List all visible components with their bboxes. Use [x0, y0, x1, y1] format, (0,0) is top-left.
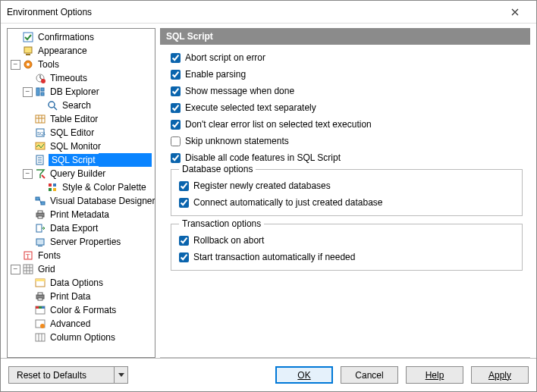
- checkbox-register-new-db[interactable]: Register newly created databases: [179, 180, 514, 191]
- close-button[interactable]: [500, 2, 530, 23]
- palette-icon: [46, 181, 58, 193]
- chevron-down-icon: [118, 373, 124, 377]
- svg-rect-36: [24, 265, 33, 274]
- ok-button[interactable]: OK: [275, 366, 333, 384]
- svg-rect-52: [36, 334, 45, 341]
- svg-text:T: T: [26, 252, 30, 260]
- tree-item-style-palette[interactable]: Style & Color Palette: [8, 180, 155, 194]
- tree-item-sql-monitor[interactable]: SQL Monitor: [8, 140, 155, 153]
- server-icon: [34, 236, 46, 248]
- grid-icon: [22, 263, 34, 275]
- table-editor-icon: [34, 113, 46, 125]
- svg-point-51: [40, 324, 45, 328]
- search-icon: [46, 99, 58, 111]
- svg-rect-24: [49, 188, 52, 191]
- tree-item-search[interactable]: Search: [8, 99, 155, 112]
- tree-item-print-metadata[interactable]: Print Metadata: [8, 208, 155, 221]
- tree-item-fonts[interactable]: TFonts: [8, 249, 155, 262]
- dialog-window: Environment Options Confirmations Appear…: [0, 0, 537, 392]
- tree-item-print-data[interactable]: Print Data: [8, 290, 155, 303]
- svg-rect-33: [38, 246, 42, 246]
- help-button[interactable]: Help: [406, 366, 463, 384]
- svg-rect-48: [39, 306, 42, 309]
- button-bar: Reset to Defaults OK Cancel Help Apply: [1, 358, 536, 391]
- svg-rect-31: [36, 224, 42, 232]
- svg-rect-29: [38, 211, 42, 213]
- svg-rect-25: [53, 188, 56, 191]
- sql-editor-icon: SQL: [34, 127, 46, 139]
- collapse-icon[interactable]: −: [23, 169, 33, 179]
- svg-rect-44: [38, 293, 42, 295]
- export-icon: [34, 222, 46, 234]
- tree-item-column-options[interactable]: Column Options: [8, 331, 155, 344]
- tree-item-server-properties[interactable]: Server Properties: [8, 235, 155, 249]
- collapse-icon[interactable]: −: [11, 265, 20, 274]
- group-transaction-options: Transaction options Rollback on abort St…: [171, 224, 523, 271]
- svg-point-4: [27, 63, 30, 66]
- data-options-icon: [34, 277, 46, 289]
- checkbox-exec-selected-separately[interactable]: Execute selected text separately: [171, 102, 523, 113]
- query-builder-icon: [34, 168, 46, 180]
- collapse-icon[interactable]: −: [23, 87, 33, 97]
- nav-tree[interactable]: Confirmations Appearance −Tools Timeouts…: [7, 28, 155, 358]
- group-legend: Database options: [179, 164, 256, 174]
- group-legend: Transaction options: [179, 218, 264, 229]
- svg-rect-49: [42, 306, 45, 309]
- checkbox-abort-on-error[interactable]: Abort script on error: [171, 52, 523, 63]
- titlebar: Environment Options: [1, 1, 536, 24]
- svg-rect-11: [36, 115, 45, 123]
- sql-monitor-icon: [34, 140, 46, 152]
- tree-item-db-explorer[interactable]: −DB Explorer: [8, 85, 155, 99]
- svg-rect-42: [36, 279, 45, 281]
- tree-item-data-export[interactable]: Data Export: [8, 221, 155, 235]
- tree-item-confirmations[interactable]: Confirmations: [8, 30, 155, 44]
- svg-rect-9: [41, 93, 44, 96]
- svg-rect-26: [36, 197, 39, 200]
- fonts-icon: T: [22, 249, 34, 262]
- checkbox-show-message-done[interactable]: Show message when done: [171, 86, 523, 96]
- checkbox-enable-parsing[interactable]: Enable parsing: [171, 69, 523, 80]
- tree-item-data-options[interactable]: Data Options: [8, 276, 155, 290]
- svg-rect-47: [36, 306, 39, 309]
- svg-rect-7: [36, 88, 39, 96]
- svg-rect-22: [49, 183, 52, 187]
- tree-item-sql-script[interactable]: SQL Script: [8, 153, 155, 167]
- tree-item-tools[interactable]: −Tools: [8, 58, 155, 71]
- checkbox-connect-auto[interactable]: Connect automatically to just created da…: [179, 197, 514, 208]
- reset-button[interactable]: Reset to Defaults: [8, 366, 115, 384]
- confirmations-icon: [22, 31, 34, 43]
- svg-rect-1: [24, 47, 32, 53]
- tree-item-color-formats[interactable]: Color & Formats: [8, 303, 155, 317]
- tree-item-table-editor[interactable]: Table Editor: [8, 112, 155, 126]
- tree-item-sql-editor[interactable]: SQLSQL Editor: [8, 126, 155, 140]
- tree-item-advanced[interactable]: Advanced: [8, 317, 155, 331]
- svg-rect-45: [38, 298, 42, 300]
- close-icon: [511, 8, 519, 16]
- svg-rect-8: [41, 88, 44, 91]
- tree-item-timeouts[interactable]: Timeouts: [8, 71, 155, 85]
- reset-dropdown[interactable]: [115, 366, 128, 384]
- svg-rect-27: [41, 202, 45, 205]
- column-options-icon: [34, 331, 46, 343]
- collapse-icon[interactable]: −: [11, 60, 20, 70]
- vdb-designer-icon: [34, 195, 46, 207]
- printer-icon: [34, 290, 46, 303]
- color-formats-icon: [34, 304, 46, 316]
- checkbox-disable-code-features[interactable]: Disable all code features in SQL Script: [171, 152, 523, 163]
- tree-item-vdb-designer[interactable]: Visual Database Designer: [8, 194, 155, 208]
- checkbox-skip-unknown[interactable]: Skip unknown statements: [171, 136, 523, 146]
- svg-rect-0: [24, 33, 33, 42]
- printer-icon: [34, 209, 46, 221]
- cancel-button[interactable]: Cancel: [341, 366, 398, 384]
- svg-point-6: [41, 79, 46, 83]
- group-database-options: Database options Register newly created …: [171, 169, 523, 216]
- window-title: Environment Options: [7, 7, 500, 17]
- tree-item-appearance[interactable]: Appearance: [8, 44, 155, 58]
- apply-button[interactable]: Apply: [471, 366, 529, 384]
- checkbox-rollback-on-abort[interactable]: Rollback on abort: [179, 235, 514, 246]
- tree-item-grid[interactable]: −Grid: [8, 262, 155, 276]
- checkbox-dont-clear-error-list[interactable]: Don't clear error list on selected text …: [171, 119, 523, 130]
- sql-script-icon: [34, 154, 46, 166]
- tree-item-query-builder[interactable]: −Query Builder: [8, 167, 155, 180]
- checkbox-start-txn-auto[interactable]: Start transaction automatically if neede…: [179, 252, 514, 262]
